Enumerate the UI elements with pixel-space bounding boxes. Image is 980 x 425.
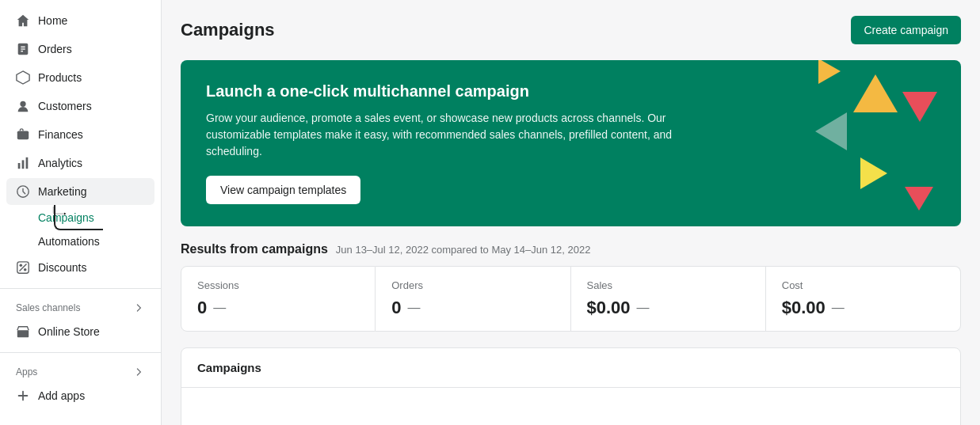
- discounts-icon: [16, 260, 30, 275]
- page-title: Campaigns: [181, 20, 275, 40]
- sales-channels-label: Sales channels: [16, 302, 80, 313]
- results-date: Jun 13–Jul 12, 2022 compared to May 14–J…: [336, 244, 591, 256]
- stat-value-orders: 0 —: [391, 298, 554, 318]
- triangle-light-1: [815, 112, 847, 150]
- customers-icon: [16, 99, 30, 113]
- plus-icon: [16, 389, 30, 403]
- results-title: Results from campaigns: [181, 242, 328, 256]
- sales-channels-header[interactable]: Sales channels: [0, 295, 161, 317]
- stat-value-cost: $0.00 —: [782, 298, 944, 318]
- stat-dash-cost: —: [832, 301, 845, 315]
- svg-rect-8: [26, 157, 29, 169]
- stat-card-sessions: Sessions 0 —: [181, 266, 376, 332]
- sidebar-label-customers: Customers: [38, 100, 92, 112]
- stat-dash-orders: —: [408, 301, 421, 315]
- sidebar-label-home: Home: [38, 14, 67, 27]
- svg-rect-5: [17, 131, 29, 140]
- stat-value-sessions: 0 —: [197, 298, 359, 318]
- sidebar-item-analytics[interactable]: Analytics: [6, 150, 154, 176]
- apps-header[interactable]: Apps: [0, 359, 161, 381]
- sidebar-item-orders[interactable]: Orders: [6, 36, 154, 63]
- stat-dash-sessions: —: [213, 301, 226, 315]
- home-icon: [16, 13, 30, 28]
- page-header: Campaigns Create campaign: [181, 16, 961, 44]
- sidebar-item-customers[interactable]: Customers: [6, 93, 154, 120]
- create-campaign-button[interactable]: Create campaign: [851, 16, 961, 44]
- sidebar-label-discounts: Discounts: [38, 261, 86, 274]
- sidebar-label-add-apps: Add apps: [38, 389, 85, 402]
- svg-rect-7: [22, 160, 25, 169]
- stat-dash-sales: —: [637, 301, 650, 315]
- sidebar-item-products[interactable]: Products: [6, 64, 154, 91]
- triangle-yellow-3: [818, 60, 841, 84]
- sidebar-label-orders: Orders: [38, 43, 72, 55]
- campaign-banner: Launch a one-click multichannel campaign…: [181, 60, 961, 226]
- sidebar-label-finances: Finances: [38, 128, 83, 141]
- svg-point-12: [24, 268, 27, 271]
- svg-point-4: [20, 101, 25, 107]
- results-header: Results from campaigns Jun 13–Jul 12, 20…: [181, 242, 961, 256]
- svg-rect-6: [18, 163, 21, 169]
- orders-icon: [16, 42, 30, 56]
- products-icon: [16, 70, 30, 85]
- stat-value-sales: $0.00 —: [587, 298, 749, 318]
- sidebar-divider-2: [0, 352, 161, 353]
- sidebar-item-finances[interactable]: Finances: [6, 121, 154, 148]
- sidebar-label-online-store: Online Store: [38, 325, 100, 338]
- sidebar-sub-label-campaigns: Campaigns: [38, 211, 94, 224]
- stat-label-sessions: Sessions: [197, 279, 359, 291]
- campaigns-empty-state: Marketing campaigns are groups of relate…: [181, 388, 960, 425]
- sidebar-sub-label-automations: Automations: [38, 235, 100, 248]
- banner-description: Grow your audience, promote a sales even…: [206, 110, 681, 160]
- stat-label-sales: Sales: [587, 279, 749, 291]
- sidebar-label-products: Products: [38, 71, 82, 84]
- marketing-icon: [16, 184, 30, 199]
- campaigns-card: Campaigns Marketing campaigns are groups…: [181, 347, 961, 425]
- stat-card-cost: Cost $0.00 —: [766, 266, 961, 332]
- stat-label-cost: Cost: [782, 279, 944, 291]
- analytics-icon: [16, 156, 30, 170]
- chevron-right-icon: [132, 302, 145, 314]
- sidebar-item-online-store[interactable]: Online Store: [6, 318, 154, 345]
- campaigns-card-title: Campaigns: [181, 348, 960, 388]
- svg-rect-15: [17, 330, 29, 337]
- sidebar: Home Orders Products Customers Finances …: [0, 0, 162, 425]
- chevron-right-apps-icon: [132, 366, 145, 378]
- sidebar-item-discounts[interactable]: Discounts: [6, 254, 154, 281]
- banner-title: Launch a one-click multichannel campaign: [206, 82, 936, 101]
- sidebar-item-add-apps[interactable]: Add apps: [6, 382, 154, 409]
- triangle-yellow-2: [860, 157, 887, 189]
- stat-card-orders: Orders 0 —: [376, 266, 570, 332]
- sidebar-item-marketing[interactable]: Marketing: [6, 178, 154, 205]
- sidebar-label-analytics: Analytics: [38, 157, 82, 169]
- store-icon: [16, 324, 30, 339]
- apps-label: Apps: [16, 366, 37, 378]
- stat-label-orders: Orders: [391, 279, 554, 291]
- svg-point-11: [20, 264, 23, 268]
- sidebar-label-marketing: Marketing: [38, 185, 86, 198]
- main-content: Campaigns Create campaign Launch a one-c…: [162, 0, 980, 425]
- sidebar-sub-item-campaigns[interactable]: Campaigns: [6, 207, 154, 229]
- sidebar-sub-item-automations[interactable]: Automations: [6, 230, 154, 252]
- sidebar-divider-1: [0, 288, 161, 289]
- finances-icon: [16, 127, 30, 142]
- stat-card-sales: Sales $0.00 —: [571, 266, 766, 332]
- sidebar-item-home[interactable]: Home: [6, 7, 154, 34]
- stats-grid: Sessions 0 — Orders 0 — Sales $0.00 — Co…: [181, 266, 961, 332]
- view-templates-button[interactable]: View campaign templates: [206, 176, 360, 204]
- triangle-red-2: [905, 187, 933, 211]
